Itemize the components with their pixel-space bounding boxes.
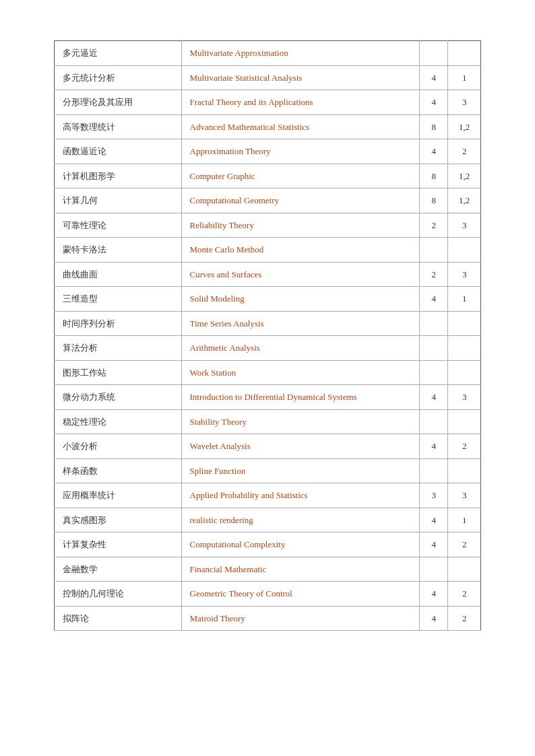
table-row: 图形工作站Work Station [55, 360, 481, 385]
col3-value [419, 360, 447, 385]
col3-value [419, 311, 447, 336]
english-name: Matroid Theory [181, 606, 419, 631]
col4-value: 2 [448, 434, 481, 459]
col3-value: 4 [419, 582, 447, 607]
table-row: 样条函数Spline Function [55, 458, 481, 483]
chinese-name: 三维造型 [55, 287, 182, 312]
english-name: Arithmetic Analysis [181, 336, 419, 361]
english-name: Introduction to Differential Dynamical S… [181, 385, 419, 410]
table-row: 算法分析Arithmetic Analysis [55, 336, 481, 361]
col3-value: 2 [419, 262, 447, 287]
table-row: 多元统计分析Multivariate Statistical Analysis4… [55, 65, 481, 90]
english-name: realistic rendering [181, 508, 419, 532]
col3-value [419, 336, 447, 361]
english-name: Solid Modeling [181, 287, 419, 312]
chinese-name: 小波分析 [55, 434, 182, 459]
table-row: 可靠性理论Reliability Theory23 [55, 213, 481, 238]
table-row: 应用概率统计Applied Probability and Statistics… [55, 483, 481, 508]
col4-value: 1 [448, 287, 481, 312]
english-name: Monte Carlo Method [181, 238, 419, 263]
chinese-name: 微分动力系统 [55, 385, 182, 410]
chinese-name: 拟阵论 [55, 606, 182, 631]
english-name: Spline Function [181, 458, 419, 483]
col3-value: 2 [419, 213, 447, 238]
table-row: 分形理论及其应用Fractal Theory and its Applicati… [55, 90, 481, 115]
table-row: 计算机图形学Computer Graphic81,2 [55, 164, 481, 188]
table-row: 控制的几何理论Geometric Theory of Control42 [55, 582, 481, 607]
chinese-name: 计算几何 [55, 188, 182, 213]
col3-value: 8 [419, 114, 447, 139]
col4-value [448, 458, 481, 483]
chinese-name: 可靠性理论 [55, 213, 182, 238]
english-name: Advanced Mathematical Statistics [181, 114, 419, 139]
col4-value: 3 [448, 213, 481, 238]
col3-value [419, 41, 447, 66]
col4-value: 2 [448, 582, 481, 607]
table-row: 蒙特卡洛法Monte Carlo Method [55, 238, 481, 263]
chinese-name: 图形工作站 [55, 360, 182, 385]
table-row: 小波分析Wavelet Analysis42 [55, 434, 481, 459]
table-row: 曲线曲面Curves and Surfaces23 [55, 262, 481, 287]
chinese-name: 控制的几何理论 [55, 582, 182, 607]
chinese-name: 分形理论及其应用 [55, 90, 182, 115]
table-row: 计算几何Computational Geometry81,2 [55, 188, 481, 213]
english-name: Applied Probability and Statistics [181, 483, 419, 508]
chinese-name: 真实感图形 [55, 508, 182, 532]
col4-value [448, 238, 481, 263]
table-row: 三维造型Solid Modeling41 [55, 287, 481, 312]
chinese-name: 高等数理统计 [55, 114, 182, 139]
english-name: Time Series Analysis [181, 311, 419, 336]
chinese-name: 曲线曲面 [55, 262, 182, 287]
col3-value: 8 [419, 164, 447, 188]
chinese-name: 多元逼近 [55, 41, 182, 66]
table-row: 拟阵论Matroid Theory42 [55, 606, 481, 631]
english-name: Reliability Theory [181, 213, 419, 238]
table-row: 稳定性理论Stability Theory [55, 409, 481, 434]
english-name: Stability Theory [181, 409, 419, 434]
col3-value [419, 458, 447, 483]
col4-value: 2 [448, 139, 481, 164]
col4-value: 3 [448, 90, 481, 115]
col3-value [419, 238, 447, 263]
chinese-name: 稳定性理论 [55, 409, 182, 434]
col3-value: 4 [419, 287, 447, 312]
col3-value: 3 [419, 483, 447, 508]
english-name: Computational Complexity [181, 532, 419, 557]
table-row: 计算复杂性Computational Complexity42 [55, 532, 481, 557]
table-row: 真实感图形realistic rendering41 [55, 508, 481, 532]
chinese-name: 计算机图形学 [55, 164, 182, 188]
col3-value: 4 [419, 65, 447, 90]
chinese-name: 计算复杂性 [55, 532, 182, 557]
col4-value: 1,2 [448, 188, 481, 213]
chinese-name: 金融数学 [55, 557, 182, 582]
chinese-name: 时间序列分析 [55, 311, 182, 336]
col4-value: 3 [448, 483, 481, 508]
col4-value [448, 336, 481, 361]
english-name: Fractal Theory and its Applications [181, 90, 419, 115]
col4-value [448, 409, 481, 434]
col3-value: 4 [419, 139, 447, 164]
col4-value: 3 [448, 262, 481, 287]
table-row: 微分动力系统Introduction to Differential Dynam… [55, 385, 481, 410]
col3-value: 4 [419, 434, 447, 459]
table-row: 多元逼近Multivariate Approximation [55, 41, 481, 66]
col4-value: 2 [448, 606, 481, 631]
col3-value: 4 [419, 385, 447, 410]
chinese-name: 函数逼近论 [55, 139, 182, 164]
english-name: Computational Geometry [181, 188, 419, 213]
chinese-name: 样条函数 [55, 458, 182, 483]
col4-value: 3 [448, 385, 481, 410]
col4-value [448, 360, 481, 385]
chinese-name: 多元统计分析 [55, 65, 182, 90]
chinese-name: 蒙特卡洛法 [55, 238, 182, 263]
english-name: Multivariate Statistical Analysis [181, 65, 419, 90]
table-row: 金融数学Financial Mathematic [55, 557, 481, 582]
col4-value: 1,2 [448, 114, 481, 139]
english-name: Multivariate Approximation [181, 41, 419, 66]
english-name: Approximation Theory [181, 139, 419, 164]
col4-value: 2 [448, 532, 481, 557]
table-row: 函数逼近论Approximation Theory42 [55, 139, 481, 164]
chinese-name: 应用概率统计 [55, 483, 182, 508]
english-name: Financial Mathematic [181, 557, 419, 582]
col3-value: 4 [419, 532, 447, 557]
